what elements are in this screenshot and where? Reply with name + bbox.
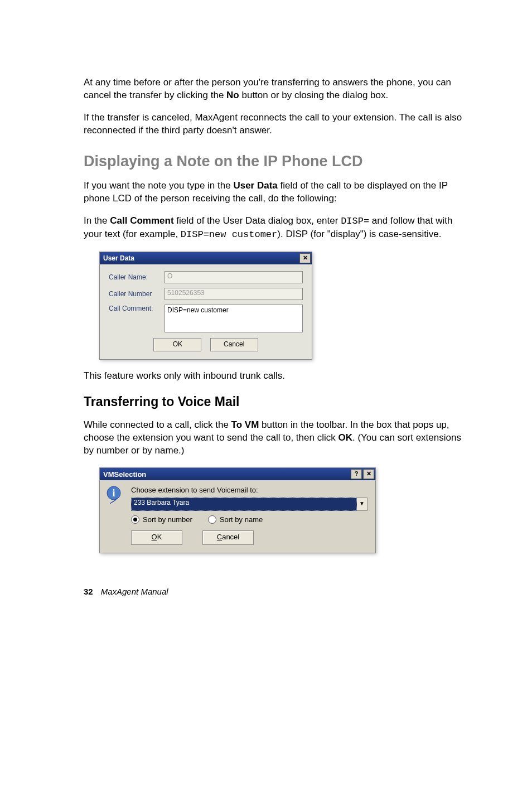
sort-by-number-radio[interactable]: Sort by number [131,515,192,524]
user-data-title: User Data [103,254,134,262]
page-footer: 32MaxAgent Manual [84,587,471,596]
ok-button[interactable]: OK [131,530,182,545]
sort-by-name-label: Sort by name [220,515,263,524]
sort-by-name-radio[interactable]: Sort by name [208,515,263,524]
caller-name-label: Caller Name: [109,273,165,281]
text: button or by closing the dialog box. [239,90,388,100]
vmselection-dialog: VMSelection ? ✕ i Choose extension to se… [99,467,376,553]
text: In the [84,215,110,226]
to-vm-bold: To VM [231,419,259,430]
paragraph-inbound-only: This feature works only with inbound tru… [84,370,471,383]
info-icon: i [105,486,124,505]
ok-underline: O [152,533,157,541]
ok-button[interactable]: OK [153,338,201,351]
cancel-button[interactable]: Cancel [202,530,254,545]
caller-number-field[interactable]: 5102526353 [165,288,303,300]
ok-rest: K [157,533,162,541]
user-data-bold: User Data [233,180,277,191]
book-title: MaxAgent Manual [101,587,168,596]
close-icon[interactable]: ✕ [363,469,374,479]
paragraph-userdata-intro: If you want the note you type in the Use… [84,180,471,205]
paragraph-reconnect: If the transfer is canceled, MaxAgent re… [84,112,471,137]
cancel-underline: C [217,533,222,541]
call-comment-bold: Call Comment [110,215,173,226]
heading-displaying-note: Displaying a Note on the IP Phone LCD [84,153,471,170]
paragraph-cancel-transfer: At any time before or after the person y… [84,76,471,102]
caller-name-field[interactable]: O [165,271,303,283]
chevron-down-icon[interactable]: ▼ [357,498,367,511]
user-data-dialog: User Data ✕ Caller Name: O Caller Number… [99,252,312,360]
vmselection-prompt: Choose extension to send Voicemail to: [131,486,367,494]
heading-transferring-vm: Transferring to Voice Mail [84,394,471,409]
vmselection-titlebar: VMSelection ? ✕ [100,468,375,480]
call-comment-label: Call Comment: [109,305,165,312]
call-comment-field[interactable]: DISP=new customer [165,305,303,332]
disp-code: DISP= [341,216,369,226]
paragraph-to-vm: While connected to a call, click the To … [84,419,471,457]
user-data-titlebar: User Data ✕ [100,252,312,264]
disp-example-code: DISP=new customer [181,229,277,240]
vmselection-title: VMSelection [103,470,146,479]
extension-combo[interactable]: 233 Barbara Tyara ▼ [131,498,367,511]
radio-dot-icon [131,515,139,524]
sort-by-number-label: Sort by number [143,515,192,524]
text: If you want the note you type in the [84,180,233,191]
close-icon[interactable]: ✕ [299,253,311,263]
cancel-button[interactable]: Cancel [210,338,258,351]
text: ). DISP (for "display") is case-sensitiv… [277,229,441,239]
help-icon[interactable]: ? [351,469,362,479]
text: field of the User Data dialog box, enter [174,215,341,226]
text: While connected to a call, click the [84,419,231,430]
paragraph-call-comment: In the Call Comment field of the User Da… [84,215,471,242]
caller-number-label: Caller Number [109,290,165,298]
svg-text:i: i [112,487,115,499]
extension-selected[interactable]: 233 Barbara Tyara [131,498,357,511]
ok-bold: OK [338,432,352,443]
radio-dot-icon [208,515,216,524]
no-bold: No [226,90,239,100]
page-number: 32 [84,587,93,596]
cancel-rest: ancel [222,533,239,541]
